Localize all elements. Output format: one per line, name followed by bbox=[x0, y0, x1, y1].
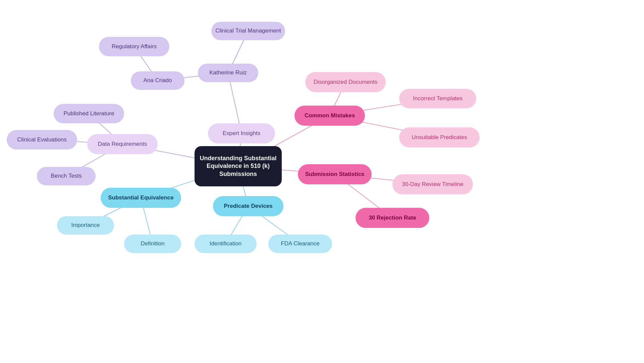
katherine-ruiz-label: Katherine Ruiz bbox=[209, 69, 247, 76]
clinical-trial-label: Clinical Trial Management bbox=[215, 27, 281, 35]
clinical-evaluations-node[interactable]: Clinical Evaluations bbox=[7, 130, 77, 149]
submission-statistics-node[interactable]: Submission Statistics bbox=[298, 164, 372, 184]
regulatory-affairs-label: Regulatory Affairs bbox=[112, 43, 157, 50]
30-day-review-node[interactable]: 30-Day Review Timeline bbox=[392, 174, 473, 194]
disorganized-docs-label: Disorganized Documents bbox=[314, 78, 377, 86]
importance-label: Importance bbox=[71, 222, 100, 229]
ana-criado-node[interactable]: Ana Criado bbox=[131, 71, 184, 90]
center-node[interactable]: Understanding Substantial Equivalence in… bbox=[195, 146, 282, 186]
fda-clearance-node[interactable]: FDA Clearance bbox=[268, 235, 332, 253]
center-label: Understanding Substantial Equivalence in… bbox=[195, 155, 282, 178]
predicate-devices-node[interactable]: Predicate Devices bbox=[213, 196, 283, 216]
identification-node[interactable]: Identification bbox=[195, 235, 257, 253]
definition-label: Definition bbox=[141, 240, 165, 247]
incorrect-templates-node[interactable]: Incorrect Templates bbox=[399, 89, 476, 108]
definition-node[interactable]: Definition bbox=[124, 235, 181, 253]
data-requirements-node[interactable]: Data Requirements bbox=[87, 134, 158, 154]
published-literature-node[interactable]: Published Literature bbox=[54, 104, 124, 123]
ana-criado-label: Ana Criado bbox=[143, 77, 172, 84]
clinical-trial-mgmt-node[interactable]: Clinical Trial Management bbox=[211, 22, 285, 40]
unsuitable-predicates-label: Unsuitable Predicates bbox=[412, 134, 467, 141]
data-requirements-label: Data Requirements bbox=[98, 140, 147, 148]
disorganized-docs-node[interactable]: Disorganized Documents bbox=[305, 72, 386, 92]
expert-insights-node[interactable]: Expert Insights bbox=[208, 123, 275, 143]
regulatory-affairs-node[interactable]: Regulatory Affairs bbox=[99, 37, 169, 56]
30-rejection-label: 30 Rejection Rate bbox=[369, 214, 416, 222]
predicate-devices-label: Predicate Devices bbox=[224, 202, 273, 210]
30-day-review-label: 30-Day Review Timeline bbox=[402, 181, 463, 188]
unsuitable-predicates-node[interactable]: Unsuitable Predicates bbox=[399, 127, 480, 147]
common-mistakes-node[interactable]: Common Mistakes bbox=[294, 106, 365, 126]
katherine-ruiz-node[interactable]: Katherine Ruiz bbox=[198, 64, 258, 82]
clinical-evaluations-label: Clinical Evaluations bbox=[17, 136, 66, 143]
submission-statistics-label: Submission Statistics bbox=[305, 171, 365, 178]
identification-label: Identification bbox=[210, 240, 241, 247]
importance-node[interactable]: Importance bbox=[57, 216, 114, 235]
30-rejection-node[interactable]: 30 Rejection Rate bbox=[356, 208, 429, 228]
substantial-equivalence-node[interactable]: Substantial Equivalence bbox=[101, 188, 181, 208]
substantial-equivalence-label: Substantial Equivalence bbox=[108, 194, 174, 201]
expert-insights-label: Expert Insights bbox=[223, 130, 260, 137]
fda-clearance-label: FDA Clearance bbox=[281, 240, 319, 247]
bench-tests-label: Bench Tests bbox=[51, 172, 82, 180]
incorrect-templates-label: Incorrect Templates bbox=[413, 95, 463, 102]
published-literature-label: Published Literature bbox=[63, 110, 114, 117]
bench-tests-node[interactable]: Bench Tests bbox=[37, 167, 96, 185]
common-mistakes-label: Common Mistakes bbox=[305, 112, 355, 119]
